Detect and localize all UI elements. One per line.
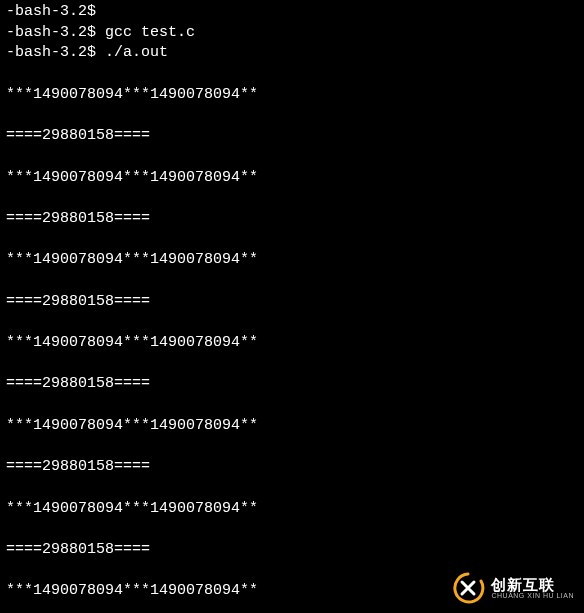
terminal-line <box>6 354 578 375</box>
terminal-line <box>6 147 578 168</box>
terminal-line: ====29880158==== <box>6 126 578 147</box>
terminal-line <box>6 64 578 85</box>
terminal-line <box>6 271 578 292</box>
terminal-line <box>6 230 578 251</box>
terminal-line: ***1490078094***1490078094** <box>6 499 578 520</box>
terminal-line <box>6 105 578 126</box>
terminal-line: ***1490078094***1490078094** <box>6 250 578 271</box>
terminal-line: ***1490078094***1490078094** <box>6 168 578 189</box>
terminal-line <box>6 519 578 540</box>
terminal-line: ====29880158==== <box>6 292 578 313</box>
terminal-line: ====29880158==== <box>6 540 578 561</box>
brand-icon <box>451 571 485 605</box>
watermark-logo: 创新互联 CHUANG XIN HU LIAN <box>451 571 574 605</box>
terminal-line: ***1490078094***1490078094** <box>6 416 578 437</box>
terminal-output: -bash-3.2$-bash-3.2$ gcc test.c-bash-3.2… <box>6 2 578 613</box>
watermark-cn-text: 创新互联 <box>491 577 574 592</box>
terminal-line: ***1490078094***1490078094** <box>6 85 578 106</box>
terminal-line <box>6 436 578 457</box>
terminal-line <box>6 478 578 499</box>
terminal-line: ====29880158==== <box>6 374 578 395</box>
terminal-line: ***1490078094***1490078094** <box>6 333 578 354</box>
terminal-line: ====29880158==== <box>6 457 578 478</box>
watermark-en-text: CHUANG XIN HU LIAN <box>491 592 574 599</box>
terminal-line <box>6 395 578 416</box>
terminal-line: ====29880158==== <box>6 209 578 230</box>
terminal-line <box>6 188 578 209</box>
terminal-line <box>6 312 578 333</box>
terminal-line: -bash-3.2$ gcc test.c <box>6 23 578 44</box>
terminal-line: -bash-3.2$ ./a.out <box>6 43 578 64</box>
terminal-line: -bash-3.2$ <box>6 2 578 23</box>
